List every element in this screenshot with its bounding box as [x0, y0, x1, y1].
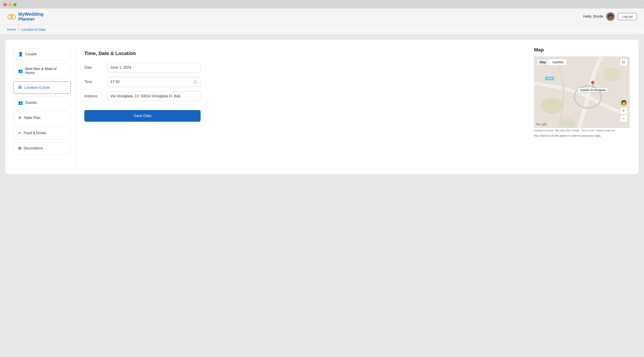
address-row: Address	[84, 91, 523, 101]
date-input[interactable]	[107, 63, 200, 72]
logo-icon	[7, 12, 16, 20]
logout-button[interactable]: Log out	[618, 13, 637, 20]
save-button[interactable]: Save Data	[84, 110, 200, 122]
sidebar-item-label-location-date: Location & Date	[24, 86, 50, 90]
marker-pin: 📍	[589, 81, 596, 88]
sidebar-item-food-drinks[interactable]: ✂ Food & Drinks	[14, 127, 71, 139]
sidebar: 👤 Couple 👥 Best Man & Maid of Honor 🏛 Lo…	[11, 45, 73, 169]
report-link[interactable]: Report a map error	[596, 129, 615, 132]
map-badge-sp55: SP55	[546, 77, 554, 80]
sidebar-item-label-guests: Guests	[25, 101, 37, 105]
map-note: You need to set the place in order to sa…	[534, 134, 630, 137]
breadcrumb-separator: /	[18, 28, 19, 31]
date-label: Date	[84, 66, 107, 70]
food-drinks-icon: ✂	[18, 131, 22, 136]
breadcrumb-home[interactable]: Home	[7, 28, 16, 31]
map-zoom-minus-button[interactable]: −	[620, 115, 627, 122]
time-input[interactable]	[107, 77, 200, 87]
logo-text: MyWeddingPlanner	[18, 12, 44, 22]
marker-label: Castello Di Vincigliata	[578, 88, 608, 92]
minimize-button[interactable]	[8, 3, 12, 6]
map-panel: Map	[530, 45, 633, 169]
location-date-icon: 🏛	[18, 85, 22, 90]
header: MyWeddingPlanner Hello, Đorđe 🧑🏾 Log out	[0, 8, 644, 25]
terms-link[interactable]: Terms of Use	[581, 129, 594, 132]
address-label: Address	[84, 94, 107, 98]
form-panel: Time, Date & Location Date Time 🕐 Addres…	[77, 45, 530, 169]
streetview-icon[interactable]: 🧑	[620, 99, 627, 106]
google-logo: Google	[536, 122, 547, 126]
time-row: Time 🕐	[84, 77, 523, 87]
map-marker: 📍 Castello Di Vincigliata	[578, 81, 608, 92]
sidebar-item-label-food-drinks: Food & Drinks	[24, 131, 46, 135]
sidebar-item-guests[interactable]: 👥 Guests	[14, 96, 71, 109]
sidebar-item-label-best-man: Best Man & Maid of Honor	[25, 67, 66, 75]
sidebar-item-table-plan[interactable]: ✛ Table Plan	[14, 112, 71, 124]
header-right: Hello, Đorđe 🧑🏾 Log out	[583, 12, 637, 21]
breadcrumb: Home / Location & Date	[7, 28, 46, 31]
couple-icon: 👤	[18, 52, 23, 56]
close-button[interactable]	[4, 3, 7, 6]
svg-point-6	[604, 68, 622, 81]
window-chrome	[0, 0, 644, 8]
map-zoom-plus-button[interactable]: +	[620, 107, 627, 114]
form-title: Time, Date & Location	[84, 50, 523, 56]
hello-text: Hello, Đorđe	[583, 14, 603, 18]
main: 👤 Couple 👥 Best Man & Maid of Honor 🏛 Lo…	[0, 34, 644, 180]
expand-icon	[622, 60, 626, 64]
map-visual: SP55 Map Satellite 🧑	[534, 56, 630, 128]
sidebar-item-label-table-plan: Table Plan	[24, 116, 40, 120]
map-title: Map	[534, 47, 630, 53]
breadcrumb-bar: Home / Location & Date	[0, 25, 644, 34]
sidebar-item-decorations[interactable]: ✿ Decorations	[14, 142, 71, 154]
map-container[interactable]: SP55 Map Satellite 🧑	[534, 56, 630, 128]
guests-icon: 👥	[18, 100, 23, 105]
date-row: Date	[84, 63, 523, 72]
map-data-text: Map data ©2023 Google	[555, 129, 580, 132]
map-tab-satellite[interactable]: Satellite	[549, 59, 567, 65]
address-input[interactable]	[107, 91, 200, 101]
content-card: 👤 Couple 👥 Best Man & Maid of Honor 🏛 Lo…	[5, 40, 639, 174]
sidebar-item-label-couple: Couple	[25, 52, 37, 56]
sidebar-item-best-man[interactable]: 👥 Best Man & Maid of Honor	[14, 63, 71, 79]
keyboard-shortcuts-link[interactable]: Keyboard shortcuts	[534, 129, 553, 132]
map-expand-button[interactable]	[620, 59, 627, 66]
table-plan-icon: ✛	[18, 116, 22, 120]
map-tab-map[interactable]: Map	[537, 59, 549, 65]
map-footer: Keyboard shortcuts Map data ©2023 Google…	[534, 129, 630, 132]
sidebar-item-couple[interactable]: 👤 Couple	[14, 48, 71, 60]
sidebar-item-label-decorations: Decorations	[24, 146, 43, 150]
time-label: Time	[84, 80, 107, 84]
time-input-wrapper: 🕐	[107, 77, 200, 87]
best-man-icon: 👥	[18, 68, 23, 73]
svg-point-2	[11, 14, 13, 16]
sidebar-item-location-date[interactable]: 🏛 Location & Date	[14, 82, 71, 94]
svg-point-5	[541, 98, 563, 114]
maximize-button[interactable]	[14, 3, 16, 6]
logo: MyWeddingPlanner	[7, 12, 44, 22]
avatar: 🧑🏾	[606, 12, 615, 21]
decorations-icon: ✿	[18, 146, 22, 151]
map-tabs: Map Satellite	[536, 59, 567, 66]
breadcrumb-current: Location & Date	[22, 28, 46, 31]
